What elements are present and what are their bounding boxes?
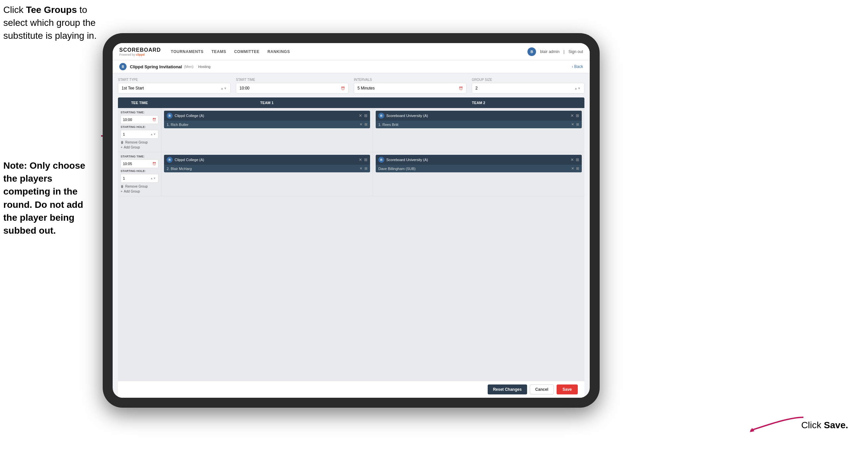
group-size-input[interactable]: 2 ▲▼ [472,83,584,93]
group1-teams: B Clippd College (A) ✕ ⊞ 1. Rich Butler [161,108,584,152]
save-button[interactable]: Save [557,384,578,395]
nav-committee[interactable]: COMMITTEE [234,48,260,55]
trash-icon: 🗑 [121,141,124,144]
intervals-input[interactable]: 5 Minutes ⏰ [354,83,466,93]
group1-team1-name: Clippd College (A) [175,114,357,118]
group2-team2-header: B Scoreboard University (A) ✕ ⊞ [376,155,582,165]
group2-team2-player-row: Dave Billingham (SUB) ✕ ⊞ [376,165,582,172]
logo-powered: Powered by clippd [119,53,161,56]
group2-team1-player-actions: ✕ ⊞ [360,166,367,171]
group2-left: STARTING TIME: 10:05 ⏰ STARTING HOLE: 1 … [118,152,161,196]
player-expand-icon[interactable]: ⊞ [576,122,579,126]
nav-right: B blair admin | Sign out [527,48,583,56]
start-type-arrow: ▲▼ [220,87,227,90]
group1-starting-hole-input[interactable]: 1 ▲▼ [121,130,158,139]
player-close-icon[interactable]: ✕ [360,122,363,126]
group-size-arrow: ▲▼ [574,87,581,90]
config-row: Start Type 1st Tee Start ▲▼ Start Time 1… [118,78,584,93]
nav-teams[interactable]: TEAMS [211,48,226,55]
navbar: SCOREBOARD Powered by clippd TOURNAMENTS… [113,43,590,60]
table-row: STARTING TIME: 10:00 ⏰ STARTING HOLE: 1 … [118,108,584,152]
group2-add-group-button[interactable]: + Add Group [121,189,158,193]
group2-team2-name: Scoreboard University (A) [386,158,568,162]
group1-team2-name: Scoreboard University (A) [386,114,568,118]
group1-left: STARTING TIME: 10:00 ⏰ STARTING HOLE: 1 … [118,108,161,152]
plus-icon: + [121,146,123,149]
start-time-field: Start Time 10:00 ⏰ [236,78,348,93]
svg-marker-1 [750,428,754,432]
player-expand-icon[interactable]: ⊞ [576,166,579,171]
expand-icon[interactable]: ⊞ [576,113,579,118]
group1-team2-player-name: 1. Rees Britt [378,123,569,126]
group1-team2-player-row: 1. Rees Britt ✕ ⊞ [376,121,582,128]
group2-remove-group-button[interactable]: 🗑 Remove Group [121,185,158,188]
group1-team1-player-actions: ✕ ⊞ [360,122,367,126]
player-close-icon[interactable]: ✕ [571,166,574,171]
group2-team1-player-name: 2. Blair McHarg [167,167,358,171]
group1-team2-actions: ✕ ⊞ [570,113,579,118]
plus-icon: + [121,189,123,193]
cancel-button[interactable]: Cancel [530,384,554,395]
player-close-icon[interactable]: ✕ [360,166,363,171]
th-team1: Team 1 [161,97,373,108]
group1-team2-col: B Scoreboard University (A) ✕ ⊞ 1. Rees … [373,108,584,152]
group1-team1-player-row: 1. Rich Butler ✕ ⊞ [164,121,370,128]
sub-header-logo: B [119,63,127,70]
arrow-save [744,411,810,437]
group2-starting-hole-label: STARTING HOLE: [121,169,158,173]
separator: | [563,49,564,54]
group2-team1-player-row: 2. Blair McHarg ✕ ⊞ [164,165,370,172]
group2-team2-player-name: Dave Billingham (SUB) [378,167,569,171]
expand-icon[interactable]: ⊞ [576,157,579,162]
player-close-icon[interactable]: ✕ [571,122,574,126]
group2-starting-time-input[interactable]: 10:05 ⏰ [121,159,158,168]
close-icon[interactable]: ✕ [570,157,574,162]
start-time-icon: ⏰ [341,87,345,90]
expand-icon[interactable]: ⊞ [364,113,367,118]
group2-team1-actions: ✕ ⊞ [359,157,367,162]
group1-team1-col: B Clippd College (A) ✕ ⊞ 1. Rich Butler [161,108,373,152]
player-expand-icon[interactable]: ⊞ [365,166,367,171]
group1-team2-card: B Scoreboard University (A) ✕ ⊞ 1. Rees … [376,111,582,128]
instruction-note: Note: Only choose the players competing … [3,159,96,237]
group2-team1-header: B Clippd College (A) ✕ ⊞ [164,155,370,165]
user-name: blair admin [540,49,560,54]
back-link[interactable]: ‹ Back [572,64,583,69]
group1-team2-player-actions: ✕ ⊞ [571,122,579,126]
group2-starting-hole-input[interactable]: 1 ▲▼ [121,174,158,183]
group1-add-group-button[interactable]: + Add Group [121,146,158,149]
instruction-click-save: Click Save. [801,420,848,431]
reset-changes-button[interactable]: Reset Changes [488,384,527,395]
group1-remove-group-button[interactable]: 🗑 Remove Group [121,141,158,144]
group1-starting-time-input[interactable]: 10:00 ⏰ [121,115,158,124]
tablet-frame: SCOREBOARD Powered by clippd TOURNAMENTS… [103,33,600,408]
user-avatar: B [527,48,536,56]
table-row: STARTING TIME: 10:05 ⏰ STARTING HOLE: 1 … [118,152,584,196]
intervals-field: Intervals 5 Minutes ⏰ [354,78,466,93]
close-icon[interactable]: ✕ [570,113,574,118]
tournament-name: Clippd Spring Invitational [130,64,182,69]
start-time-input[interactable]: 10:00 ⏰ [236,83,348,93]
group-size-field: Group Size 2 ▲▼ [472,78,584,93]
hosting-badge: Hosting [198,65,210,68]
start-type-input[interactable]: 1st Tee Start ▲▼ [118,83,230,93]
tee-groups-bold: Tee Groups [26,5,77,15]
group1-starting-hole-label: STARTING HOLE: [121,125,158,128]
nav-links: TOURNAMENTS TEAMS COMMITTEE RANKINGS [171,48,528,55]
sign-out-link[interactable]: Sign out [568,49,583,54]
close-icon[interactable]: ✕ [359,157,362,162]
save-bold: Save. [824,420,848,430]
trash-icon: 🗑 [121,185,124,188]
group2-team2-actions: ✕ ⊞ [570,157,579,162]
tournament-type: (Men) [184,65,193,68]
group1-team2-header: B Scoreboard University (A) ✕ ⊞ [376,111,582,121]
th-team2: Team 2 [373,97,584,108]
expand-icon[interactable]: ⊞ [364,157,367,162]
nav-tournaments[interactable]: TOURNAMENTS [171,48,204,55]
close-icon[interactable]: ✕ [359,113,362,118]
logo-area: SCOREBOARD Powered by clippd [119,47,161,56]
note-label: Note: [3,160,30,171]
tablet-screen: SCOREBOARD Powered by clippd TOURNAMENTS… [113,43,590,398]
nav-rankings[interactable]: RANKINGS [267,48,290,55]
player-expand-icon[interactable]: ⊞ [365,122,367,126]
